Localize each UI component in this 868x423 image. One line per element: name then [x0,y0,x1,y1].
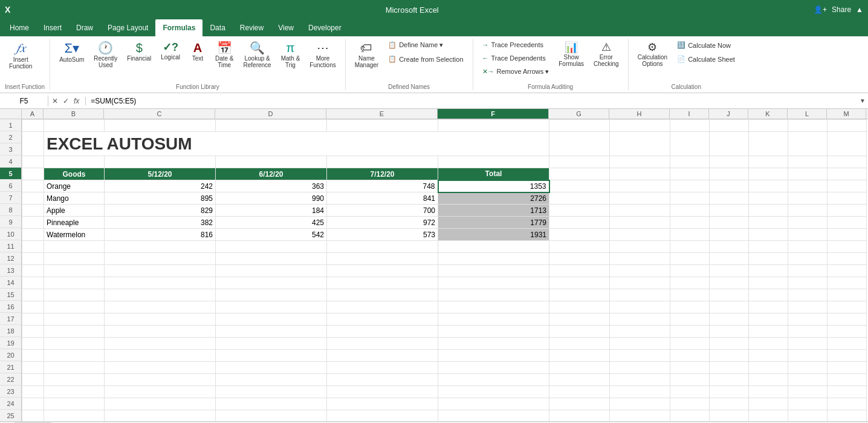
cell-H11[interactable] [610,253,670,265]
cell-C5[interactable]: 242 [105,180,216,192]
cell-E14[interactable] [327,289,438,301]
cell-A19[interactable] [22,350,44,362]
cell-J20[interactable] [710,362,749,374]
cell-K11[interactable] [749,253,788,265]
cell-E12[interactable] [327,265,438,277]
cell-C19[interactable] [105,350,216,362]
cell-C15[interactable] [105,301,216,313]
cell-C22[interactable] [105,386,216,398]
cell-G19[interactable] [549,350,610,362]
cell-A11[interactable] [22,253,44,265]
cell-J10[interactable] [710,241,749,253]
cell-H1[interactable] [610,120,670,132]
row-num-3[interactable]: 3 [0,143,21,156]
cell-F8[interactable]: 1779 [438,217,549,229]
cell-D3[interactable] [216,156,327,168]
cell-D15[interactable] [216,301,327,313]
cell-E6[interactable]: 841 [327,192,438,205]
cell-C10[interactable] [105,241,216,253]
row-num-8[interactable]: 8 [0,204,21,216]
tab-draw[interactable]: Draw [69,19,100,36]
cell-A7[interactable] [22,205,44,217]
cell-I22[interactable] [670,386,710,398]
define-name-button[interactable]: 📋 Define Name ▾ [384,39,467,51]
cell-L12[interactable] [788,265,828,277]
cell-M17[interactable] [828,326,867,338]
cell-F7[interactable]: 1713 [438,205,549,217]
cell-L15[interactable] [788,301,828,313]
row-num-23[interactable]: 23 [0,385,21,398]
cell-L19[interactable] [788,350,828,362]
cell-G4[interactable] [549,168,610,180]
cell-L22[interactable] [788,386,828,398]
cell-J24[interactable] [710,410,749,422]
col-header-C[interactable]: C [104,109,215,119]
cell-A6[interactable] [22,192,44,205]
confirm-formula-icon[interactable]: ✓ [62,97,70,105]
cell-K7[interactable] [749,205,788,217]
cell-A21[interactable] [22,374,44,386]
cell-L6[interactable] [788,192,828,205]
autosum-button[interactable]: Σ▾ AutoSum [55,39,88,66]
cell-E20[interactable] [327,362,438,374]
cell-L17[interactable] [788,326,828,338]
row-num-15[interactable]: 15 [0,289,21,301]
col-header-H[interactable]: H [609,109,670,119]
col-header-G[interactable]: G [549,109,609,119]
cell-M18[interactable] [828,338,867,350]
cell-K20[interactable] [749,362,788,374]
cell-F19[interactable] [438,350,549,362]
cell-D22[interactable] [216,386,327,398]
cell-B20[interactable] [44,362,105,374]
cell-J19[interactable] [710,350,749,362]
cell-H8[interactable] [610,217,670,229]
cell-B15[interactable] [44,301,105,313]
cell-K17[interactable] [749,326,788,338]
cell-I5[interactable] [670,180,710,192]
logical-button[interactable]: ✓? Logical [157,39,184,64]
col-header-M[interactable]: M [827,109,866,119]
tab-page-layout[interactable]: Page Layout [100,19,155,36]
cell-F9[interactable]: 1931 [438,229,549,241]
cell-A13[interactable] [22,277,44,289]
cell-F13[interactable] [438,277,549,289]
row-num-9[interactable]: 9 [0,216,21,228]
cell-J12[interactable] [710,265,749,277]
cell-B19[interactable] [44,350,105,362]
cell-J11[interactable] [710,253,749,265]
cell-G10[interactable] [549,241,610,253]
cell-K24[interactable] [749,410,788,422]
cell-L7[interactable] [788,205,828,217]
cell-M6[interactable] [828,192,867,205]
cell-A18[interactable] [22,338,44,350]
cell-E3[interactable] [327,156,438,168]
cell-H16[interactable] [610,313,670,326]
cell-L5[interactable] [788,180,828,192]
cell-I11[interactable] [670,253,710,265]
cell-M9[interactable] [828,229,867,241]
cell-B6[interactable]: Mango [44,192,105,205]
cell-H12[interactable] [610,265,670,277]
cell-J9[interactable] [710,229,749,241]
cell-E8[interactable]: 972 [327,217,438,229]
cell-A1[interactable] [22,120,44,132]
cell-F4-total[interactable]: Total [438,168,549,180]
cell-B22[interactable] [44,386,105,398]
cell-C14[interactable] [105,289,216,301]
cell-H5[interactable] [610,180,670,192]
lookup-reference-button[interactable]: 🔍 Lookup &Reference [239,39,276,71]
cell-M19[interactable] [828,350,867,362]
cell-F17[interactable] [438,326,549,338]
cell-I23[interactable] [670,398,710,410]
cell-E24[interactable] [327,410,438,422]
cell-G23[interactable] [549,398,610,410]
formula-input[interactable]: =SUM(C5:E5) [86,96,857,107]
cell-L9[interactable] [788,229,828,241]
cell-E17[interactable] [327,326,438,338]
cell-D10[interactable] [216,241,327,253]
calculate-sheet-button[interactable]: 📄 Calculate Sheet [673,53,739,65]
cell-L14[interactable] [788,289,828,301]
date-time-button[interactable]: 📅 Date &Time [211,39,238,71]
cell-A15[interactable] [22,301,44,313]
cell-G24[interactable] [549,410,610,422]
